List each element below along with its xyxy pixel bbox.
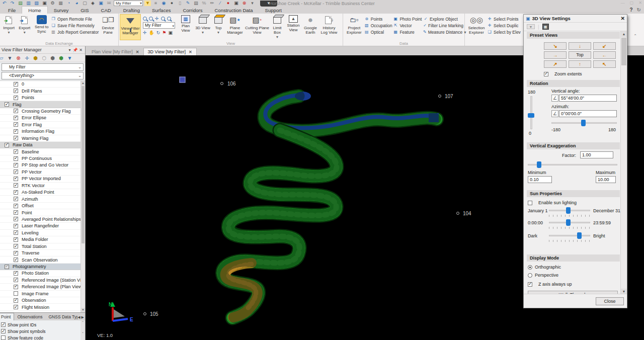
refresh-icon[interactable]: ↻ bbox=[637, 7, 641, 13]
tree-checkbox[interactable] bbox=[14, 210, 18, 215]
preset-view-iso-nw-button[interactable]: ↖ bbox=[593, 60, 616, 68]
ribbon-tab[interactable]: Support bbox=[259, 7, 288, 14]
filter-funnel-icon[interactable]: ▼ bbox=[7, 55, 13, 61]
open-project-icon[interactable]: ▥ bbox=[25, 1, 32, 6]
sync-download-icon[interactable]: ◕ bbox=[73, 1, 80, 6]
ribbon-tab[interactable]: Drafting bbox=[117, 7, 146, 14]
filter-select[interactable]: My Filter bbox=[2, 63, 84, 71]
tree-checkbox[interactable] bbox=[14, 82, 18, 87]
layers-add-icon[interactable]: ⬢ bbox=[58, 55, 64, 61]
panel-close-icon[interactable]: ✕ bbox=[78, 48, 84, 52]
tree-checkbox[interactable] bbox=[5, 265, 9, 269]
ribbon-filter-combo[interactable]: My Filter bbox=[143, 22, 175, 29]
import-button[interactable]: ➜ Import▾ bbox=[1, 14, 17, 40]
filter-view-icon[interactable]: ▼ bbox=[66, 55, 73, 61]
plan-view-button[interactable]: ▦ Plan View bbox=[177, 14, 194, 40]
zoom-extents-option[interactable]: Zoom extents bbox=[544, 71, 582, 76]
help-icon[interactable]: ? bbox=[630, 7, 633, 13]
select-duplicate-button[interactable]: ✛Select Duplic bbox=[487, 23, 522, 28]
tree-checkbox[interactable] bbox=[14, 237, 18, 242]
point-marker-106[interactable] bbox=[221, 82, 223, 85]
perspective-radio[interactable] bbox=[528, 273, 532, 278]
preset-view-right-button[interactable]: ← bbox=[593, 51, 616, 59]
tree-checkbox[interactable] bbox=[14, 169, 18, 174]
select-points-button[interactable]: ✛Select Points bbox=[487, 16, 522, 22]
ribbon-tab[interactable]: Corridors bbox=[177, 7, 208, 14]
minimum-field[interactable]: 0.10 bbox=[528, 176, 552, 183]
tree-row[interactable]: Baseline bbox=[0, 148, 80, 155]
export-button[interactable]: ➜ Export▾ bbox=[17, 14, 32, 40]
tree-row[interactable]: PP Vector Imported bbox=[0, 176, 80, 182]
plan-view-icon[interactable]: ▢ bbox=[82, 1, 88, 6]
tree-row[interactable]: Scan Observation bbox=[0, 257, 80, 263]
send-to-sync-button[interactable]: ◠ Send to Sync bbox=[32, 14, 51, 40]
tree-checkbox[interactable] bbox=[14, 305, 18, 309]
tree-row[interactable]: Averaged Point Relationships bbox=[0, 216, 80, 223]
select-by-elevation-button[interactable]: ❏Select by Elev bbox=[487, 29, 522, 35]
quick-access-more-icon[interactable]: ▾ bbox=[249, 1, 256, 6]
orbit-icon[interactable]: ✋ bbox=[149, 30, 154, 35]
preset-view-top-button[interactable]: Top bbox=[569, 51, 591, 59]
maximum-field[interactable]: 10.00 bbox=[596, 176, 616, 183]
preset-view-iso-sw-button[interactable]: ↙ bbox=[593, 42, 616, 50]
ribbon-tab[interactable]: CAD bbox=[95, 7, 117, 14]
explore-object-button[interactable]: ✓Explore Object bbox=[423, 16, 463, 22]
tree-row[interactable]: Photo Station bbox=[0, 270, 80, 277]
zoom-extents-icon[interactable] bbox=[167, 17, 171, 21]
close-tab-icon[interactable]: ✕ bbox=[136, 50, 139, 54]
tree-row[interactable]: Information Flag bbox=[0, 128, 80, 135]
tree-checkbox[interactable] bbox=[14, 183, 18, 188]
zoom-window-icon[interactable] bbox=[161, 17, 165, 21]
tree-checkbox[interactable] bbox=[14, 149, 18, 154]
limit-box-button[interactable]: Limit Box▾ bbox=[270, 14, 285, 40]
tree-checkbox[interactable] bbox=[14, 156, 18, 161]
station-view-button[interactable]: ▲ Station View bbox=[285, 14, 302, 40]
tree-checkbox[interactable] bbox=[14, 217, 18, 221]
ribbon-tab[interactable]: File bbox=[2, 7, 22, 14]
flag-icon[interactable]: ⚑ bbox=[162, 30, 166, 35]
tree-checkbox[interactable] bbox=[14, 197, 18, 201]
project-explorer-button[interactable]: 🗀▫ Project Explorer bbox=[344, 14, 364, 40]
top-view-button[interactable]: Top▾ bbox=[211, 14, 225, 40]
tree-row[interactable]: Photogrammetry bbox=[0, 264, 80, 270]
tree-row[interactable]: Error Ellipse bbox=[0, 115, 80, 121]
history-log-view-button[interactable]: ◷ History Log View bbox=[319, 14, 339, 40]
pan-icon[interactable]: ✛ bbox=[143, 30, 147, 35]
3d-view-button[interactable]: 3D View▾ bbox=[194, 14, 211, 40]
scope-select[interactable]: <Everything> bbox=[2, 72, 84, 79]
tree-checkbox[interactable] bbox=[14, 163, 18, 167]
percent-icon[interactable]: % bbox=[201, 1, 207, 6]
tree-row[interactable]: Leveling bbox=[0, 230, 80, 236]
filter-tab[interactable]: Point bbox=[0, 313, 14, 320]
scroll-down-icon[interactable]: ▼ bbox=[81, 308, 85, 312]
tree-row[interactable]: Referenced Image (Plan View) bbox=[0, 284, 80, 290]
tree-row[interactable]: Total Station bbox=[0, 243, 80, 250]
photo-station-marker[interactable] bbox=[180, 77, 185, 82]
option-row[interactable]: Show point IDs bbox=[1, 321, 85, 328]
sun-time-handle[interactable] bbox=[566, 219, 571, 226]
new-filter-icon[interactable]: ▱ bbox=[0, 55, 5, 61]
tree-checkbox[interactable] bbox=[14, 89, 18, 93]
option-checkbox[interactable] bbox=[1, 329, 6, 333]
tree-checkbox[interactable] bbox=[14, 244, 18, 248]
tree-checkbox[interactable] bbox=[14, 122, 18, 127]
tree-checkbox[interactable] bbox=[14, 109, 18, 113]
tree-row[interactable]: Media Folder bbox=[0, 236, 80, 243]
tab-plan-view[interactable]: Plan View [My Filter]✕ bbox=[88, 48, 143, 55]
tree-row[interactable]: Laser Rangefinder bbox=[0, 223, 80, 229]
minimize-icon[interactable]: — bbox=[621, 1, 625, 5]
tree-checkbox[interactable] bbox=[14, 224, 18, 228]
point-marker-107[interactable] bbox=[439, 95, 441, 98]
tree-checkbox[interactable] bbox=[14, 278, 18, 282]
view-filter-manager-button[interactable]: View Filter Manager bbox=[120, 14, 141, 40]
exaggeration-handle[interactable] bbox=[537, 161, 541, 168]
z-axis-option[interactable]: Z axis always up bbox=[528, 282, 572, 287]
tree-row[interactable]: Points bbox=[0, 95, 80, 101]
sync-upload-icon[interactable]: ◔ bbox=[65, 1, 72, 6]
vertical-angle-field[interactable]: 55°48'00.0" bbox=[559, 95, 617, 102]
cube-view-icon[interactable]: ◈ bbox=[90, 1, 96, 6]
zoom-center-icon[interactable]: ✛ bbox=[155, 16, 159, 21]
scroll-thumb[interactable] bbox=[82, 86, 85, 243]
sun-brightness-slider[interactable] bbox=[549, 235, 590, 236]
vertical-angle-handle[interactable] bbox=[528, 113, 534, 118]
